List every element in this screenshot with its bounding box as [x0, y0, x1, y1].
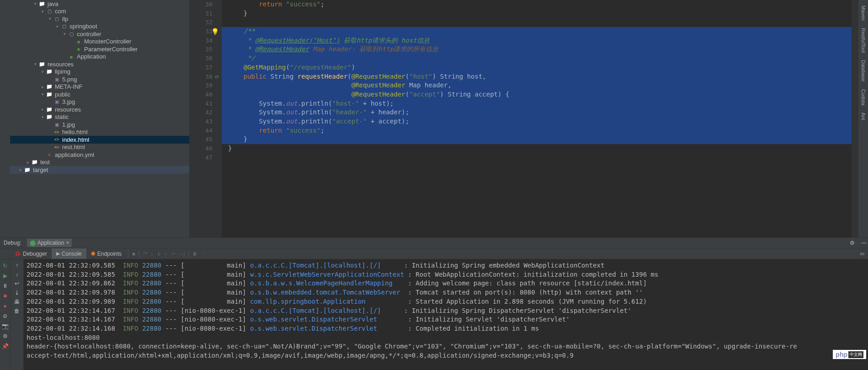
- step-into-icon[interactable]: ⤓: [155, 251, 163, 257]
- clear-icon[interactable]: 🗑: [14, 308, 20, 314]
- tab-endpoints[interactable]: ⬣Endpoints: [86, 248, 126, 259]
- endpoints-icon: ⬣: [91, 251, 96, 257]
- console-icon: ▶: [56, 251, 60, 257]
- tree-item-1.jpg[interactable]: 1.jpg: [10, 121, 189, 129]
- tree-item-com[interactable]: ▾com: [10, 8, 189, 16]
- right-tool-strip[interactable]: Maven RestfulTool Database Codota Ant: [858, 0, 868, 237]
- tree-item-target[interactable]: ▸target: [10, 166, 189, 174]
- tree-item-5.png[interactable]: 5.png: [10, 75, 189, 83]
- breakpoint-icon[interactable]: ●: [1, 302, 9, 310]
- tree-item-static[interactable]: ▾static: [10, 113, 189, 121]
- wrap-icon[interactable]: ↩: [15, 280, 19, 287]
- editor-code[interactable]: return "success"; } /** * @RequestHeader…: [222, 0, 852, 237]
- layout-icon[interactable]: ▭: [856, 251, 868, 257]
- up-icon[interactable]: ↑: [16, 262, 18, 268]
- tree-item-controller[interactable]: ▾controller: [10, 30, 189, 38]
- tree-item-META-INF[interactable]: ▸META-INF: [10, 83, 189, 91]
- tree-item-ParameterController[interactable]: ParameterController: [10, 45, 189, 53]
- camera-icon[interactable]: 📷: [1, 322, 9, 330]
- tree-item-resources[interactable]: ▸resources: [10, 106, 189, 113]
- tree-item-rest.html[interactable]: rest.html: [10, 144, 189, 151]
- step-over-icon[interactable]: ⤻: [169, 251, 177, 257]
- debug-header: Debug: ⬤ Application × ⚙ —: [0, 238, 868, 248]
- pin-icon[interactable]: 📌: [1, 343, 9, 350]
- tab-debugger[interactable]: 🐞Debugger: [10, 248, 52, 259]
- step-down-icon[interactable]: ↓: [149, 251, 155, 257]
- rerun-icon[interactable]: ↻: [1, 262, 9, 269]
- code-editor[interactable]: 30313233💡3435363738⟳394041424344454647 r…: [190, 0, 858, 237]
- tree-item-Application[interactable]: Application: [10, 53, 189, 61]
- debug-panel: Debug: ⬤ Application × ⚙ — 🐞Debugger ▶Co…: [0, 237, 868, 370]
- tree-item-index.html[interactable]: index.html: [10, 136, 189, 144]
- debug-side-controls: ↻ ▶ ⏸ ■ ● ⊘ 📷 ⚙ 📌: [0, 259, 10, 370]
- tool-codota[interactable]: Codota: [861, 87, 866, 107]
- tree-item-llpimg[interactable]: ▾llpimg: [10, 68, 189, 76]
- project-tree[interactable]: ▾java▾com▾llp▾springboot▾controllerMonst…: [10, 0, 190, 237]
- tool-database[interactable]: Database: [861, 58, 866, 83]
- print-icon[interactable]: 🖶: [14, 299, 20, 305]
- run-icon: ⬤: [30, 240, 36, 246]
- tree-item-resources[interactable]: ▾resources: [10, 60, 189, 68]
- watermark: php中文网: [833, 350, 866, 359]
- tree-item-hello.html[interactable]: hello.html: [10, 129, 189, 136]
- tree-item-MonsterController[interactable]: MonsterController: [10, 38, 189, 46]
- more-icon[interactable]: ⋮: [199, 251, 208, 257]
- console-controls: ↑ ↓ ↩ ⤓ 🖶 🗑: [10, 259, 24, 370]
- tool-maven[interactable]: Maven: [861, 4, 866, 22]
- debug-title: Debug:: [4, 240, 21, 246]
- editor-minimap[interactable]: [852, 0, 858, 237]
- tool-ant[interactable]: Ant: [861, 111, 866, 122]
- tree-item-3.jpg[interactable]: 3.jpg: [10, 98, 189, 106]
- pause-icon[interactable]: ⏸: [1, 282, 9, 290]
- threads-icon[interactable]: ≡: [130, 251, 137, 257]
- tree-item-application.yml[interactable]: application.yml: [10, 151, 189, 159]
- tab-console[interactable]: ▶Console: [52, 248, 86, 259]
- settings-icon[interactable]: ⚙: [1, 332, 9, 340]
- gear-icon[interactable]: ⚙: [848, 239, 856, 247]
- bug-icon: 🐞: [15, 251, 21, 257]
- close-icon[interactable]: ×: [66, 240, 69, 246]
- tool-restful[interactable]: RestfulTool: [861, 26, 866, 54]
- mute-icon[interactable]: ⊘: [1, 312, 9, 320]
- tree-item-public[interactable]: ▾public: [10, 91, 189, 98]
- left-tool-strip: [0, 0, 10, 237]
- debug-run-tab[interactable]: ⬤ Application ×: [27, 239, 72, 247]
- minimize-icon[interactable]: —: [860, 239, 868, 247]
- resume-icon[interactable]: ▶: [1, 272, 9, 279]
- tree-item-llp[interactable]: ▾llp: [10, 15, 189, 23]
- tree-item-test[interactable]: ▸test: [10, 159, 189, 166]
- run-to-icon[interactable]: →|: [177, 251, 187, 257]
- scroll-icon[interactable]: ⤓: [15, 290, 19, 296]
- stop-icon[interactable]: ■: [1, 292, 9, 300]
- down-icon[interactable]: ↓: [16, 271, 18, 278]
- step-icon[interactable]: ↷: [141, 251, 149, 257]
- step-out-icon[interactable]: ↑: [163, 251, 169, 257]
- eval-icon[interactable]: 🖩: [191, 251, 199, 257]
- console-output[interactable]: 2022-08-01 22:32:09.585 INFO 22880 --- […: [24, 259, 868, 370]
- editor-gutter: 30313233💡3435363738⟳394041424344454647: [190, 0, 222, 237]
- tree-item-java[interactable]: ▾java: [10, 0, 189, 8]
- tree-item-springboot[interactable]: ▾springboot: [10, 23, 189, 31]
- debug-tabs: 🐞Debugger ▶Console ⬣Endpoints ≡ ↷ ↓ ⤓ ↑ …: [0, 248, 868, 259]
